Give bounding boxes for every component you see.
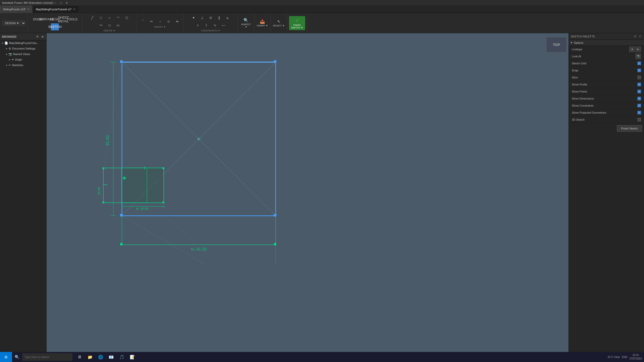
show-points-label: Show Points <box>572 90 587 93</box>
finish-sketch-section: ✓ FINISH SKETCH ▼ <box>287 13 307 33</box>
collinear-tool[interactable]: ⊥ <box>198 14 206 21</box>
perpendicular-tool[interactable]: ⊾ <box>224 14 232 21</box>
show-dimensions-checkbox[interactable] <box>637 97 641 100</box>
show-profile-label: Show Profile <box>572 83 587 86</box>
eye-icon[interactable]: 👁 <box>42 41 44 44</box>
taskbar-icon-1[interactable]: 🖥 <box>74 352 85 362</box>
palette-collapse-btn[interactable]: ✕ <box>638 34 642 38</box>
palette-slice-row: Slice <box>569 74 644 81</box>
mirror-tool[interactable]: ⇋ <box>173 18 181 25</box>
arc-tool[interactable]: ◠ <box>114 14 122 21</box>
ellipse-tool[interactable]: ⬭ <box>105 22 113 29</box>
palette-settings-btn[interactable]: ⚙ <box>633 34 637 38</box>
rect-tool[interactable]: □ <box>97 14 105 21</box>
taskbar-app-icons: 🖥 📁 🌐 📧 🎵 📝 <box>74 352 137 362</box>
create-label[interactable]: CREATE ▼ <box>103 29 115 32</box>
look-at-btn[interactable]: 📷 <box>635 54 641 59</box>
show-points-checkbox[interactable] <box>637 90 641 93</box>
sketch-grid-checkbox[interactable] <box>637 62 641 65</box>
close-btn[interactable]: ✕ <box>64 1 69 5</box>
finish-sketch-btn[interactable]: ✓ FINISH SKETCH ▼ <box>289 16 305 30</box>
taskbar-icon-6[interactable]: 📝 <box>127 352 137 362</box>
parallel-tool[interactable]: ∥ <box>215 14 223 21</box>
tab-close-1[interactable]: ✕ <box>27 8 29 11</box>
polygon-tool[interactable]: ⬡ <box>123 14 131 21</box>
insert-btn[interactable]: 📥 INSERT ▼ <box>256 17 268 29</box>
slice-checkbox[interactable] <box>637 76 641 79</box>
right-panel: SKETCH PALETTE ⚙ ✕ ▾ Options Linetype ◀ … <box>569 33 644 352</box>
taskbar-icon-3[interactable]: 🌐 <box>96 352 106 362</box>
palette-look-at-row: Look At 📷 <box>569 53 644 60</box>
tab-label-1: SlidingPuzzle v23* <box>3 8 26 11</box>
circle-tool[interactable]: ○ <box>105 14 113 21</box>
show-constraints-checkbox[interactable] <box>637 104 641 107</box>
browser-header-icons: ⚙ ◀ <box>35 35 44 39</box>
show-dimensions-label: Show Dimensions <box>572 97 594 100</box>
offset-tool[interactable]: ⊂ <box>165 18 173 25</box>
linetype-prev-btn[interactable]: ◀ <box>629 47 635 52</box>
canvas[interactable]: 81.50 20.00 fx: 81.50 fx: 20.00 <box>47 33 569 352</box>
tab-sliding-puzzle[interactable]: SlidingPuzzle v23* ✕ <box>0 6 33 13</box>
snap-checkbox[interactable] <box>637 69 641 72</box>
tab-map-puzzle[interactable]: MapSlidingPuzzleTutorial v1* ✕ <box>33 6 78 13</box>
tab-close-2[interactable]: ✕ <box>73 8 75 11</box>
sketches-icon: ✏ <box>9 64 11 67</box>
palette-options-header[interactable]: ▾ Options <box>569 40 644 46</box>
browser-item-doc-settings[interactable]: ▶ ⚙ Document Settings <box>0 46 46 51</box>
line-tool[interactable]: ╱ <box>88 14 96 21</box>
design-dropdown[interactable]: DESIGN ▼ <box>2 20 25 26</box>
inspect-btn[interactable]: 🔍 INSPECT ▼ <box>240 17 252 29</box>
show-profile-checkbox[interactable] <box>637 83 641 86</box>
smooth-tool[interactable]: ∿ <box>211 22 219 29</box>
taskbar-right: 31°C Clear ENG 22:41 27/07/2021 <box>608 353 644 360</box>
browser-item-sketches[interactable]: ▶ ✏ Sketches <box>0 62 46 68</box>
trim-tool[interactable]: ✂ <box>147 18 155 25</box>
taskbar-icon-2[interactable]: 📁 <box>85 352 95 362</box>
show-constraints-label: Show Constraints <box>572 104 593 107</box>
palette-sketch-grid-row: Sketch Grid <box>569 60 644 67</box>
language-indicator: ENG <box>622 356 627 358</box>
linetype-next-btn[interactable]: ▶ <box>635 47 641 52</box>
extend-tool[interactable]: → <box>156 18 164 25</box>
taskbar-icon-4[interactable]: 📧 <box>106 352 116 362</box>
horizontal-tool[interactable]: — <box>219 22 227 29</box>
sketch-btn[interactable]: SKETCH <box>51 23 59 30</box>
doc-settings-label: Document Settings <box>12 47 35 50</box>
taskbar-icon-5[interactable]: 🎵 <box>117 352 127 362</box>
views-icon: 📷 <box>9 53 12 56</box>
tangent-tool[interactable]: ⌇ <box>202 22 210 29</box>
search-taskbar-icon: 🔍 <box>12 352 22 362</box>
constraints-label[interactable]: CONSTRAINTS ▼ <box>201 29 220 32</box>
spline-tool[interactable]: 〜 <box>97 22 105 29</box>
start-btn[interactable]: ⊞ <box>0 352 12 362</box>
finish-sketch-palette-btn[interactable]: Finish Sketch <box>617 125 642 132</box>
browser-item-named-views[interactable]: ▶ 📷 Named Views <box>0 51 46 57</box>
browser-collapse-btn[interactable]: ◀ <box>40 35 44 39</box>
sketch-canvas: 81.50 20.00 fx: 81.50 fx: 20.00 <box>47 33 569 352</box>
minimize-btn[interactable]: ─ <box>53 1 58 5</box>
show-projected-checkbox[interactable] <box>637 111 641 114</box>
mesh-btn[interactable]: MESH <box>51 16 59 23</box>
expand-arrow-origin: ▶ <box>9 59 11 61</box>
tools-btn[interactable]: TOOLS <box>68 16 76 23</box>
3d-sketch-label: 3D Sketch <box>572 118 585 121</box>
browser-item-origin[interactable]: ▶ ✦ Origin <box>0 57 46 62</box>
select-btn[interactable]: ↖ SELECT ▼ <box>273 17 285 29</box>
3d-sketch-checkbox[interactable] <box>637 118 641 121</box>
browser-settings-btn[interactable]: ⚙ <box>35 35 39 39</box>
modify-label[interactable]: MODIFY ▼ <box>154 26 166 28</box>
expand-arrow-sketches: ▶ <box>6 64 8 66</box>
slot-tool[interactable]: ▭ <box>114 22 122 29</box>
browser-item-root[interactable]: ▶ 📄 MapSlidingPuzzleTuto... 👁 <box>0 40 46 46</box>
equal-tool[interactable]: = <box>194 22 202 29</box>
coincident-tool[interactable]: ✦ <box>189 14 197 21</box>
fillet-tool[interactable]: ⌒ <box>139 18 147 25</box>
maximize-btn[interactable]: □ <box>59 1 63 5</box>
surface-btn[interactable]: SURFACE <box>42 16 50 23</box>
nav-cube[interactable]: TOP <box>546 37 567 52</box>
concentric-tool[interactable]: ⊙ <box>207 14 215 21</box>
taskbar-search-input[interactable] <box>22 353 72 361</box>
svg-rect-23 <box>120 243 123 245</box>
sketch-grid-label: Sketch Grid <box>572 62 586 65</box>
main-toolbar: DESIGN ▼ SOLID SURFACE MESH SHEET METAL … <box>0 13 644 33</box>
